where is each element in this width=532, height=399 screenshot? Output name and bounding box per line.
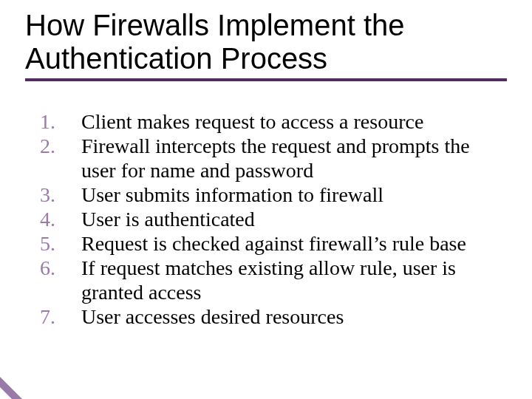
list-item: Client makes request to access a resourc… bbox=[27, 109, 507, 134]
list-item-text: Request is checked against firewall’s ru… bbox=[81, 232, 466, 255]
list-item: User submits information to firewall bbox=[27, 183, 507, 207]
list-item: Request is checked against firewall’s ru… bbox=[27, 231, 507, 256]
list-item: User accesses desired resources bbox=[27, 304, 507, 329]
list-item-text: If request matches existing allow rule, … bbox=[81, 256, 456, 304]
list-item-text: Client makes request to access a resourc… bbox=[81, 110, 423, 133]
list-item: If request matches existing allow rule, … bbox=[27, 256, 507, 304]
list-item-text: User accesses desired resources bbox=[81, 305, 344, 328]
numbered-list: Client makes request to access a resourc… bbox=[27, 109, 507, 329]
slide-title: How Firewalls Implement the Authenticati… bbox=[25, 9, 507, 75]
corner-accent-icon bbox=[0, 377, 22, 399]
list-item-text: User is authenticated bbox=[81, 208, 255, 231]
slide: How Firewalls Implement the Authenticati… bbox=[0, 0, 532, 399]
list-item-text: Firewall intercepts the request and prom… bbox=[81, 134, 470, 182]
title-underline bbox=[25, 78, 507, 81]
slide-body: Client makes request to access a resourc… bbox=[25, 109, 507, 329]
list-item: User is authenticated bbox=[27, 207, 507, 231]
list-item: Firewall intercepts the request and prom… bbox=[27, 134, 507, 183]
list-item-text: User submits information to firewall bbox=[81, 183, 383, 206]
